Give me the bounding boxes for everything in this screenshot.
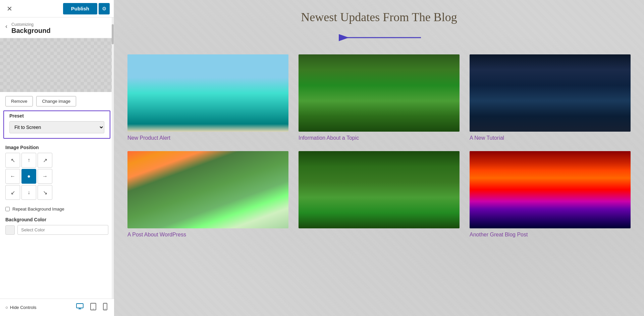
sidebar-scrollbar-thumb xyxy=(112,24,114,44)
tablet-icon xyxy=(90,303,96,310)
preset-label: Preset xyxy=(9,113,104,119)
svg-point-4 xyxy=(93,309,94,309)
sidebar: ✕ Publish ⚙ ‹ Customizing Background Rem… xyxy=(0,0,114,316)
bottom-bar: ○ Hide Controls xyxy=(0,299,114,316)
blog-card: New Product Alert xyxy=(127,54,288,141)
blog-card-image xyxy=(470,151,631,228)
pos-bottom-right[interactable]: ↘ xyxy=(38,185,52,200)
hide-controls-button[interactable]: ○ Hide Controls xyxy=(5,305,37,310)
mobile-icon-button[interactable] xyxy=(102,302,109,313)
repeat-checkbox[interactable] xyxy=(5,207,10,211)
mobile-icon xyxy=(103,303,107,310)
main-content: Newest Updates From The Blog New Product… xyxy=(114,0,644,316)
blog-card-image xyxy=(299,151,460,228)
color-swatch[interactable] xyxy=(5,225,15,235)
pos-bottom-left[interactable]: ↙ xyxy=(5,185,20,200)
blog-card: Information About a Topic xyxy=(299,54,460,141)
blog-card-image xyxy=(299,54,460,132)
blog-card: Another Great Blog Post xyxy=(470,151,631,238)
preset-section: Preset Fit to Screen Fill Screen Tile St… xyxy=(3,110,110,139)
publish-area: Publish ⚙ xyxy=(63,3,110,14)
blog-image-forest2 xyxy=(299,151,460,228)
blog-card: A New Tutorial xyxy=(470,54,631,141)
blog-card-link-6[interactable]: Another Great Blog Post xyxy=(470,232,631,238)
blog-card-image xyxy=(127,54,288,132)
hide-controls-circle-icon: ○ xyxy=(5,305,8,310)
blog-card-link-3[interactable]: A New Tutorial xyxy=(470,135,631,141)
blog-grid: New Product Alert Information About a To… xyxy=(127,54,631,238)
image-position-label: Image Position xyxy=(0,142,114,153)
blog-image-forest xyxy=(299,54,460,132)
blog-card-image xyxy=(470,54,631,132)
pos-middle-right[interactable]: → xyxy=(38,169,52,184)
device-icons xyxy=(75,302,109,313)
blog-image-sunset xyxy=(470,151,631,228)
preview-area xyxy=(0,38,114,92)
hide-controls-label: Hide Controls xyxy=(10,305,37,310)
background-title: Background xyxy=(11,27,51,35)
position-grid: ↖ ↑ ↗ ← ● → ↙ ↓ ↘ xyxy=(5,153,108,200)
repeat-label: Repeat Background Image xyxy=(12,207,64,212)
pos-bottom-center[interactable]: ↓ xyxy=(21,185,36,200)
sidebar-scrollbar xyxy=(112,17,114,299)
color-input[interactable] xyxy=(17,225,108,235)
blog-content: Newest Updates From The Blog New Product… xyxy=(114,0,644,251)
back-button[interactable]: ‹ xyxy=(5,23,7,30)
blog-card xyxy=(299,151,460,238)
desktop-icon xyxy=(76,303,84,310)
blog-card-link-4[interactable]: A Post About WordPress xyxy=(127,232,288,238)
preview-texture xyxy=(0,38,114,92)
blog-image-ocean xyxy=(127,54,288,132)
pos-top-right[interactable]: ↗ xyxy=(38,153,52,168)
settings-button[interactable]: ⚙ xyxy=(99,3,110,14)
sidebar-scroll: Remove Change image Preset Fit to Screen… xyxy=(0,38,114,316)
publish-button[interactable]: Publish xyxy=(63,3,97,14)
color-swatch-row xyxy=(5,225,108,235)
close-button[interactable]: ✕ xyxy=(4,3,15,14)
desktop-icon-button[interactable] xyxy=(75,302,85,313)
button-row: Remove Change image xyxy=(0,92,114,110)
blog-card: A Post About WordPress xyxy=(127,151,288,238)
customizing-label: Customizing xyxy=(11,22,51,27)
blog-image-night-lake xyxy=(470,54,631,132)
background-color-label: Background Color xyxy=(5,217,108,222)
back-nav: ‹ Customizing Background xyxy=(0,17,114,38)
pos-top-left[interactable]: ↖ xyxy=(5,153,20,168)
remove-button[interactable]: Remove xyxy=(5,96,33,106)
blog-card-image xyxy=(127,151,288,228)
preset-select[interactable]: Fit to Screen Fill Screen Tile Stretch C… xyxy=(9,121,104,133)
directional-arrow xyxy=(335,31,423,44)
svg-rect-0 xyxy=(76,304,83,308)
repeat-row: Repeat Background Image xyxy=(0,204,114,214)
background-color-section: Background Color xyxy=(0,214,114,237)
blog-title: Newest Updates From The Blog xyxy=(127,10,631,24)
back-nav-text: Customizing Background xyxy=(11,22,51,35)
tablet-icon-button[interactable] xyxy=(89,302,98,313)
blog-card-link-2[interactable]: Information About a Topic xyxy=(299,135,460,141)
pos-center[interactable]: ● xyxy=(21,169,36,184)
svg-point-6 xyxy=(105,309,106,309)
change-image-button[interactable]: Change image xyxy=(36,96,76,106)
blog-image-waterfall xyxy=(127,151,288,228)
arrow-container xyxy=(127,31,631,44)
blog-card-link-1[interactable]: New Product Alert xyxy=(127,135,288,141)
pos-top-center[interactable]: ↑ xyxy=(21,153,36,168)
pos-middle-left[interactable]: ← xyxy=(5,169,20,184)
top-bar: ✕ Publish ⚙ xyxy=(0,0,114,17)
